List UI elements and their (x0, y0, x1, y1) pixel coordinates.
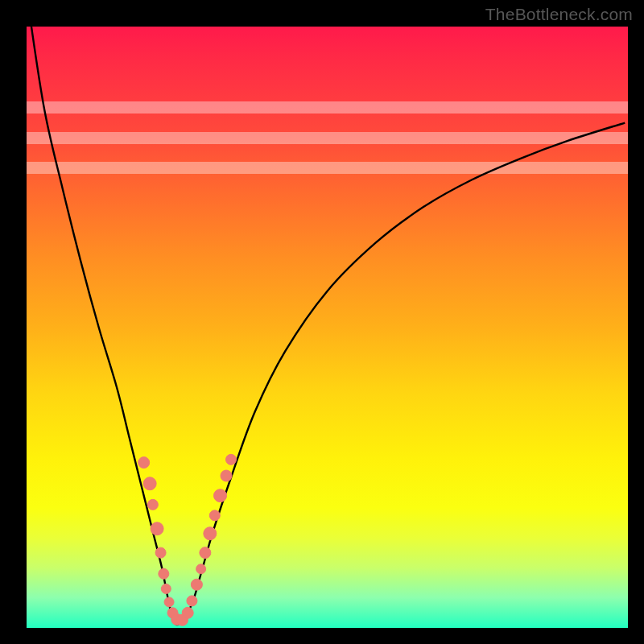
data-marker (204, 527, 217, 540)
data-marker (155, 547, 166, 558)
data-marker (164, 597, 174, 607)
data-marker (191, 579, 202, 590)
watermark-text: TheBottleneck.com (485, 5, 633, 24)
data-marker (200, 547, 211, 559)
data-marker (209, 510, 220, 521)
data-marker (143, 477, 156, 490)
markers-layer (138, 454, 237, 625)
data-marker (182, 607, 193, 618)
data-marker (151, 522, 163, 535)
data-marker (225, 454, 236, 464)
data-marker (138, 457, 150, 469)
chart-svg (27, 27, 628, 628)
data-marker (147, 499, 158, 510)
data-marker (161, 584, 171, 593)
data-marker (221, 470, 232, 481)
bottleneck-curve (30, 14, 625, 625)
data-marker (214, 489, 227, 502)
curve-layer (30, 14, 625, 625)
data-marker (196, 564, 206, 574)
data-marker (159, 568, 169, 579)
data-marker (187, 596, 197, 606)
chart-frame: TheBottleneck.com (0, 0, 644, 644)
